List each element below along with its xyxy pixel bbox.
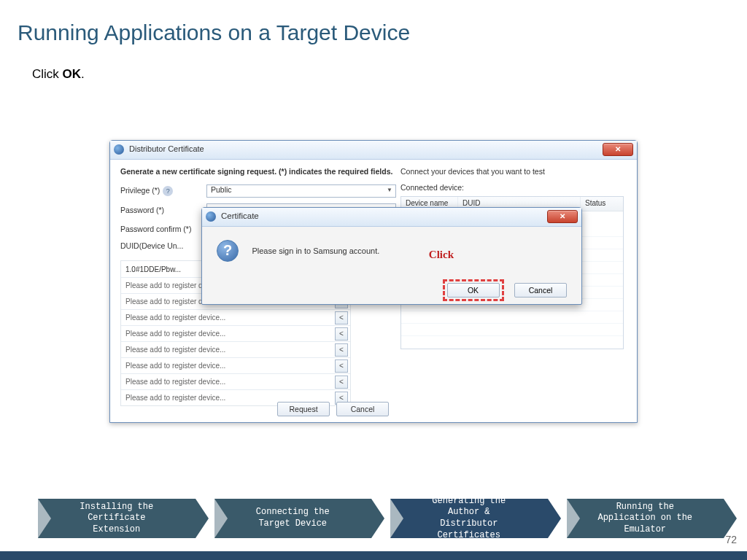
slide-title: Running Applications on a Target Device [0,0,747,45]
arrow-left-icon[interactable]: < [335,327,348,341]
footer-bar [0,551,747,560]
password-label: Password (*) [120,206,206,214]
instruction-prefix: Click [32,67,63,81]
instruction-bold: OK [63,67,82,81]
connect-heading: Connect your devices that you want to te… [400,167,627,176]
modal-buttons: OK Cancel [217,279,567,301]
close-icon[interactable]: ✕ [547,210,578,223]
screenshot-area: Distributor Certificate ✕ Generate a new… [109,140,638,423]
modal-title-text: Certificate [221,211,259,220]
arrow-left-icon[interactable]: < [335,376,348,389]
modal-titlebar: Certificate ✕ [202,208,581,227]
password-confirm-label: Password confirm (*) [120,225,206,233]
modal-body: Please sign in to Samsung account. Click… [202,227,581,314]
cell-status [581,211,623,225]
step-connecting: Connecting the Target Device [214,499,372,538]
window-icon [206,211,216,222]
click-annotation: Click [429,249,454,261]
request-button[interactable]: Request [277,402,330,416]
certificate-modal: Certificate ✕ Please sign in to Samsung … [201,207,582,305]
ok-highlight: OK [443,279,504,301]
arrow-left-icon[interactable]: < [335,359,348,373]
parent-titlebar: Distributor Certificate ✕ [110,141,637,160]
bottom-buttons: Request Cancel [273,402,389,416]
help-icon[interactable]: ? [163,186,173,196]
cancel-button[interactable]: Cancel [514,283,567,298]
col-status: Status [581,197,623,211]
arrow-left-icon[interactable]: < [335,343,348,357]
instruction-suffix: . [81,67,85,81]
list-item: Please add to register device...< [121,357,350,373]
generate-heading: Generate a new certificate signing reque… [120,167,396,176]
privilege-select[interactable]: Public [206,184,396,198]
step-installing: Installing the Certificate Extension [38,499,196,538]
instruction-line: Click OK. [0,45,747,82]
list-item: Please add to register device...< [121,341,350,357]
modal-message: Please sign in to Samsung account. [252,246,379,255]
ok-button[interactable]: OK [447,283,500,298]
step-running: Running the Application on the Emulator [567,499,724,538]
connected-label: Connected device: [400,183,627,192]
cancel-button[interactable]: Cancel [336,402,389,416]
list-item: Please add to register device...< [121,325,350,341]
progress-steps: Installing the Certificate Extension Con… [38,499,724,538]
list-item: Please add to register device...< [121,373,350,389]
question-icon [217,240,239,262]
step-generating: Generating the Author & Distributor Cert… [390,499,548,538]
close-icon[interactable]: ✕ [603,143,633,156]
window-icon [114,144,124,155]
privilege-row: Privilege (*)? Public [120,183,396,199]
privilege-label: Privilege (*)? [120,186,206,196]
parent-title-text: Distributor Certificate [129,144,204,153]
